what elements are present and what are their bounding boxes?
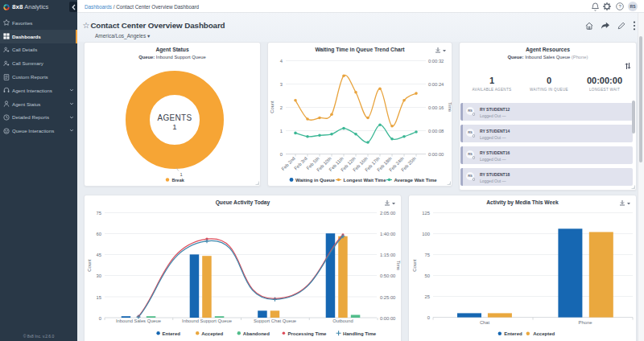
- svg-text:Accepted: Accepted: [533, 331, 555, 336]
- svg-text:Inbound Support Queue: Inbound Support Queue: [182, 318, 232, 323]
- svg-text:0:25:00: 0:25:00: [380, 295, 395, 300]
- svg-text:0:00:00: 0:00:00: [380, 316, 395, 321]
- svg-text:1: 1: [172, 122, 176, 131]
- svg-text:45: 45: [97, 253, 101, 257]
- svg-text:0: 0: [427, 315, 430, 320]
- svg-text:4: 4: [280, 59, 283, 64]
- svg-text:Count: Count: [270, 101, 275, 113]
- svg-text:30: 30: [97, 273, 101, 278]
- svg-text:1:15:00: 1:15:00: [380, 253, 395, 257]
- svg-text:Count: Count: [412, 259, 417, 272]
- svg-text:Time: Time: [448, 102, 452, 113]
- svg-text:75: 75: [97, 211, 101, 216]
- svg-text:125: 125: [422, 211, 430, 216]
- svg-text:Outbound: Outbound: [332, 318, 353, 323]
- svg-text:25: 25: [425, 294, 430, 299]
- svg-text:Count: Count: [87, 259, 92, 272]
- svg-text:Handling Time: Handling Time: [343, 331, 377, 336]
- svg-text:60: 60: [97, 232, 101, 236]
- svg-text:?: ?: [618, 4, 621, 9]
- svg-text:Entered: Entered: [163, 331, 181, 336]
- svg-text:Average Wait Time: Average Wait Time: [394, 178, 438, 183]
- svg-text:0:00:32: 0:00:32: [428, 59, 444, 64]
- svg-text:1:40:00: 1:40:00: [380, 232, 395, 236]
- svg-text:Break: Break: [172, 178, 185, 183]
- svg-text:0: 0: [280, 152, 283, 157]
- svg-text:Time: Time: [396, 261, 401, 271]
- svg-text:Inbound Sales Queue: Inbound Sales Queue: [116, 318, 161, 323]
- svg-text:50: 50: [425, 273, 430, 278]
- svg-text:Abandoned: Abandoned: [243, 331, 270, 336]
- svg-text:Support Chat Queue: Support Chat Queue: [254, 318, 296, 323]
- svg-text:Waiting in Queue: Waiting in Queue: [295, 178, 335, 183]
- svg-text:Processing Time: Processing Time: [287, 331, 327, 336]
- svg-text:0:00:16: 0:00:16: [428, 105, 444, 110]
- svg-text:Longest Wait Time: Longest Wait Time: [344, 178, 387, 183]
- svg-text:Chat: Chat: [480, 320, 490, 325]
- svg-text:Phone: Phone: [579, 320, 592, 325]
- svg-text:75: 75: [425, 253, 430, 257]
- svg-text:0:00:08: 0:00:08: [428, 129, 444, 134]
- svg-text:0:50:00: 0:50:00: [380, 273, 395, 278]
- svg-text:1: 1: [180, 172, 182, 177]
- svg-text:2: 2: [280, 105, 283, 110]
- svg-text:Accepted: Accepted: [201, 331, 223, 336]
- svg-text:100: 100: [422, 232, 430, 236]
- svg-text:1: 1: [280, 129, 283, 134]
- svg-text:2:05:00: 2:05:00: [380, 211, 395, 216]
- svg-text:0:00:24: 0:00:24: [428, 82, 444, 87]
- svg-text:Feb 2nd: Feb 2nd: [280, 156, 295, 171]
- svg-text:0: 0: [99, 316, 101, 321]
- svg-text:AGENTS: AGENTS: [158, 113, 192, 122]
- svg-text:Entered: Entered: [504, 331, 522, 336]
- svg-text:15: 15: [97, 295, 101, 300]
- svg-text:3: 3: [280, 82, 283, 87]
- svg-text:0:00:00: 0:00:00: [428, 152, 444, 157]
